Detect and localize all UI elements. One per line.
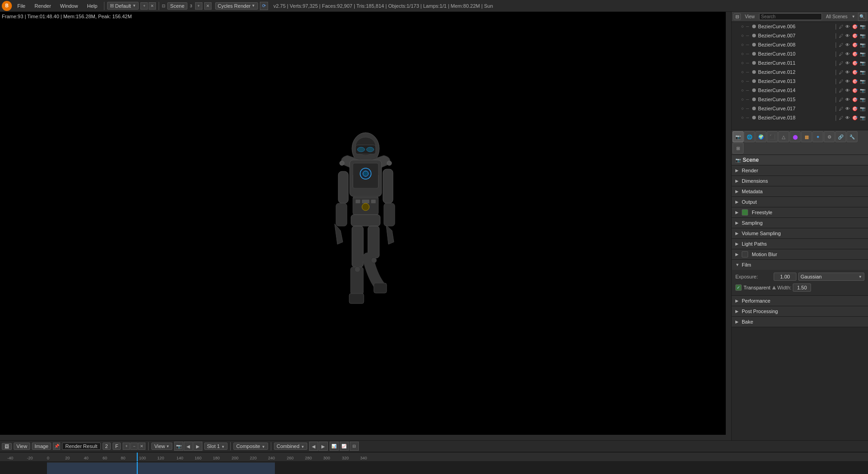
list-item[interactable]: ○ ─ BezierCurve.018 │ 🖊 👁 🎯 📷 <box>732 113 868 122</box>
world-properties-icon[interactable]: 🌍 <box>755 131 766 142</box>
constraints-icon[interactable]: 🔗 <box>835 131 846 142</box>
section-volume-sampling-header[interactable]: ▶ Volume Sampling <box>732 228 868 238</box>
list-item[interactable]: ○ ─ BezierCurve.014 │ 🖊 👁 🎯 📷 <box>732 86 868 95</box>
view-btn-2[interactable]: View ▼ <box>151 443 172 450</box>
width-field[interactable]: 1.50 <box>793 283 811 292</box>
transparent-checkbox-box[interactable]: ✓ <box>735 284 742 291</box>
outliner-all-scenes-btn[interactable]: All Scenes <box>825 14 849 20</box>
combined-selector[interactable]: Combined ▼ <box>274 443 307 450</box>
close-editor-btn[interactable]: ✕ <box>149 2 156 10</box>
object-properties-icon[interactable]: ⬛ <box>767 131 778 142</box>
restrict-render-btn[interactable]: 🖊 <box>838 24 844 29</box>
section-sampling-header[interactable]: ▶ Sampling <box>732 218 868 228</box>
section-metadata-header[interactable]: ▶ Metadata <box>732 186 868 196</box>
section-output-header[interactable]: ▶ Output <box>732 197 868 207</box>
viewport[interactable]: Frame:93 | Time:01:48.40 | Mem:156.28M, … <box>0 12 731 440</box>
particles-properties-icon[interactable]: ✦ <box>812 131 823 142</box>
zoom-out-btn[interactable]: − <box>130 443 138 450</box>
scene-selector[interactable]: Scene <box>167 2 187 10</box>
list-item[interactable]: ○ ─ BezierCurve.013 │ 🖊 👁 🎯 📷 <box>732 77 868 86</box>
outliner-editor-type[interactable]: ⊟ <box>734 13 741 20</box>
outliner-search[interactable] <box>759 13 822 20</box>
scopes-btn[interactable]: 📈 <box>340 442 349 451</box>
post-range <box>275 462 868 474</box>
material-properties-icon[interactable]: ⬤ <box>790 131 801 142</box>
scene-label: 📷 Scene <box>732 155 868 165</box>
outliner-view-btn[interactable]: View <box>744 14 756 20</box>
transparent-checkbox[interactable]: ✓ Transparent <box>735 284 770 291</box>
section-bake-header[interactable]: ▶ Bake <box>732 317 868 327</box>
svg-point-27 <box>387 161 392 165</box>
section-post-processing-header[interactable]: ▶ Post Processing <box>732 306 868 316</box>
next-combined-btn[interactable]: ▶ <box>319 442 328 451</box>
list-item[interactable]: ○ ─ BezierCurve.007 │ 🖊 👁 🎯 📷 <box>732 31 868 40</box>
section-render: ▶ Render <box>732 165 868 176</box>
menu-render[interactable]: Render <box>31 2 55 10</box>
histogram-btn[interactable]: 📊 <box>330 442 339 451</box>
prev-combined-btn[interactable]: ◀ <box>309 442 318 451</box>
list-item[interactable]: ○ ─ BezierCurve.015 │ 🖊 👁 🎯 📷 <box>732 95 868 104</box>
render-properties-icon[interactable]: 📷 <box>733 131 744 142</box>
restrict-render-btn[interactable]: 🖊 <box>838 33 844 38</box>
section-dimensions-header[interactable]: ▶ Dimensions <box>732 176 868 186</box>
list-item[interactable]: ○ ─ BezierCurve.006 │ 🖊 👁 🎯 📷 <box>732 22 868 31</box>
close-x-btn[interactable]: ✕ <box>138 443 145 450</box>
section-film-header[interactable]: ▼ Film <box>732 260 868 270</box>
filter-dropdown[interactable]: Gaussian ▼ <box>798 273 864 281</box>
list-item[interactable]: ○ ─ BezierCurve.010 │ 🖊 👁 🎯 📷 <box>732 49 868 58</box>
list-item[interactable]: ○ ─ BezierCurve.012 │ 🖊 👁 🎯 📷 <box>732 67 868 77</box>
viewport-scrollbar-right[interactable] <box>726 12 731 440</box>
image-menu-btn[interactable]: Image <box>32 443 52 450</box>
image-editor-type[interactable]: 🖼 <box>2 443 12 450</box>
data-icon[interactable]: ⊞ <box>733 143 744 154</box>
scene-properties-icon[interactable]: 🌐 <box>744 131 755 142</box>
frame-f-btn[interactable]: F <box>113 443 121 450</box>
section-motion-blur-header[interactable]: ▶ Motion Blur <box>732 249 868 259</box>
restrict-view-btn[interactable]: │ <box>834 33 838 38</box>
pin-btn[interactable]: 📌 <box>53 443 60 450</box>
menu-window[interactable]: Window <box>57 2 82 10</box>
list-item[interactable]: ○ ─ BezierCurve.017 │ 🖊 👁 🎯 📷 <box>732 104 868 113</box>
mesh-properties-icon[interactable]: △ <box>778 131 789 142</box>
exposure-row: Exposure: 1.00 Gaussian ▼ <box>735 272 864 282</box>
section-performance-header[interactable]: ▶ Performance <box>732 296 868 306</box>
next-render-btn[interactable]: ▶ <box>193 442 202 451</box>
prev-render-btn[interactable]: ◀ <box>184 442 193 451</box>
menu-help[interactable]: Help <box>83 2 101 10</box>
list-item[interactable]: ○ ─ BezierCurve.008 │ 🖊 👁 🎯 📷 <box>732 40 868 49</box>
zoom-in-btn[interactable]: + <box>123 443 130 450</box>
scene-add-btn[interactable]: + <box>195 2 202 10</box>
section-light-paths: ▶ Light Paths <box>732 239 868 249</box>
view-menu-btn[interactable]: View <box>14 443 30 450</box>
svg-rect-13 <box>383 169 393 203</box>
slot-selector[interactable]: Slot 1 ▼ <box>204 443 227 450</box>
svg-point-24 <box>355 267 360 272</box>
motion-blur-toggle[interactable] <box>742 251 748 258</box>
camera-render-icon[interactable]: 📷 <box>174 442 183 451</box>
outliner-header: ⊟ View All Scenes ▼ 🔍 <box>732 12 868 22</box>
restrict-view-btn[interactable]: │ <box>834 24 838 29</box>
scene-close-btn[interactable]: ✕ <box>204 2 212 10</box>
freestyle-toggle[interactable] <box>742 209 748 216</box>
texture-properties-icon[interactable]: ▦ <box>801 131 812 142</box>
section-render-header[interactable]: ▶ Render <box>732 165 868 175</box>
section-freestyle-header[interactable]: ▶ Freestyle <box>732 207 868 217</box>
modifiers-icon[interactable]: 🔧 <box>847 131 858 142</box>
frame-number[interactable]: 2 <box>103 443 111 450</box>
section-light-paths-header[interactable]: ▶ Light Paths <box>732 239 868 249</box>
outliner-search-icon[interactable]: 🔍 <box>858 13 866 21</box>
editor-type-selector[interactable]: ⊞ Default ▼ <box>107 2 139 10</box>
list-item[interactable]: ○ ─ BezierCurve.011 │ 🖊 👁 🎯 📷 <box>732 58 868 67</box>
render-engine-selector[interactable]: Cycles Render ▼ <box>215 2 258 10</box>
exposure-field[interactable]: 1.00 <box>774 273 796 281</box>
object-dot <box>752 88 756 92</box>
composite-selector[interactable]: Composite ▼ <box>233 443 268 450</box>
physics-properties-icon[interactable]: ⚙ <box>824 131 835 142</box>
add-editor-btn[interactable]: + <box>140 2 148 10</box>
timeline-content[interactable] <box>0 462 868 474</box>
viewport-scrollbar-bottom[interactable] <box>0 435 726 440</box>
section-dimensions: ▶ Dimensions <box>732 176 868 186</box>
channels-btn[interactable]: ⊟ <box>350 442 359 451</box>
menu-file[interactable]: File <box>14 2 29 10</box>
svg-rect-22 <box>362 200 369 203</box>
